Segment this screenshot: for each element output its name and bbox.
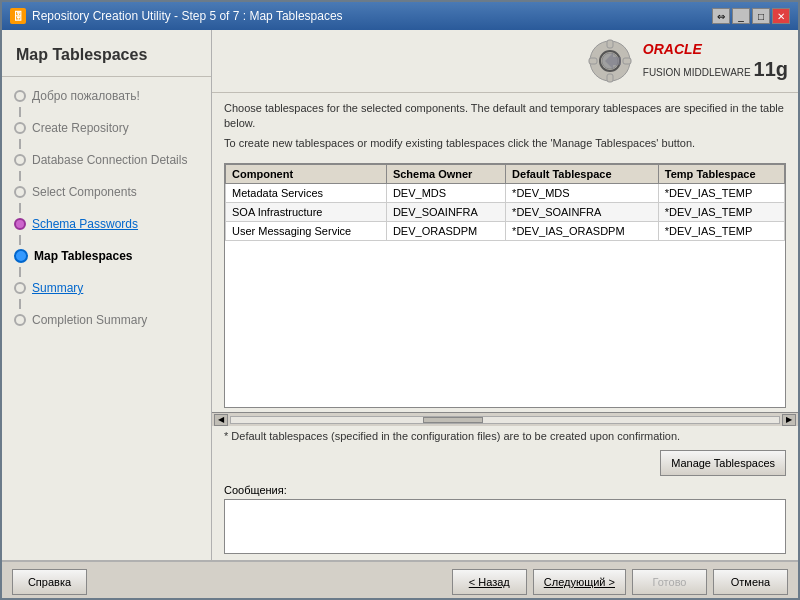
step-line-4 xyxy=(19,203,21,213)
table-cell-schema_owner: DEV_SOAINFRA xyxy=(386,203,505,222)
back-label: < Назад xyxy=(469,576,510,588)
col-header-default-tablespace: Default Tablespace xyxy=(506,165,659,184)
help-button[interactable]: Справка xyxy=(12,569,87,595)
cancel-button[interactable]: Отмена xyxy=(713,569,788,595)
sidebar-item-completion-summary: Completion Summary xyxy=(2,309,211,331)
table-cell-temp_tablespace: *DEV_IAS_TEMP xyxy=(658,222,784,241)
step-dot-welcome xyxy=(14,90,26,102)
sidebar-title: Map Tablespaces xyxy=(2,38,211,77)
svg-rect-2 xyxy=(607,40,613,48)
table-row[interactable]: User Messaging ServiceDEV_ORASDPM*DEV_IA… xyxy=(226,222,785,241)
oracle-version-text: 11g xyxy=(754,58,788,80)
back-button[interactable]: < Назад xyxy=(452,569,527,595)
app-icon: 🗄 xyxy=(10,8,26,24)
sidebar-label-completion-summary: Completion Summary xyxy=(32,313,147,327)
tablespace-table: Component Schema Owner Default Tablespac… xyxy=(225,164,785,241)
title-bar: 🗄 Repository Creation Utility - Step 5 o… xyxy=(2,2,798,30)
col-header-temp-tablespace: Temp Tablespace xyxy=(658,165,784,184)
table-header-row: Component Schema Owner Default Tablespac… xyxy=(226,165,785,184)
main-container: Map Tablespaces Добро пожаловать! Create… xyxy=(2,30,798,600)
horizontal-scrollbar[interactable]: ◀ ▶ xyxy=(212,412,798,426)
scroll-thumb[interactable] xyxy=(423,417,483,423)
sidebar-item-select-components: Select Components xyxy=(2,181,211,203)
manage-button-area: Manage Tablespaces xyxy=(212,446,798,480)
step-dot-completion-summary xyxy=(14,314,26,326)
sidebar-label-create-repo: Create Repository xyxy=(32,121,129,135)
table-row[interactable]: SOA InfrastructureDEV_SOAINFRA*DEV_SOAIN… xyxy=(226,203,785,222)
table-cell-schema_owner: DEV_MDS xyxy=(386,184,505,203)
step-dot-create-repo xyxy=(14,122,26,134)
close-button[interactable]: ✕ xyxy=(772,8,790,24)
manage-tablespaces-button[interactable]: Manage Tablespaces xyxy=(660,450,786,476)
footer-note: * Default tablespaces (specified in the … xyxy=(212,426,798,446)
table-row[interactable]: Metadata ServicesDEV_MDS*DEV_MDS*DEV_IAS… xyxy=(226,184,785,203)
step-line-7 xyxy=(19,299,21,309)
window-title: Repository Creation Utility - Step 5 of … xyxy=(32,9,343,23)
table-cell-temp_tablespace: *DEV_IAS_TEMP xyxy=(658,203,784,222)
sidebar-label-db-connection: Database Connection Details xyxy=(32,153,187,167)
messages-label: Сообщения: xyxy=(224,484,786,496)
instruction-line1: Choose tablespaces for the selected comp… xyxy=(224,101,786,116)
oracle-product-name: FUSION MIDDLEWARE xyxy=(643,67,751,78)
gear-icon xyxy=(585,36,635,86)
instruction-line3: To create new tablespaces or modify exis… xyxy=(224,136,786,151)
table-cell-component: SOA Infrastructure xyxy=(226,203,387,222)
step-dot-select-components xyxy=(14,186,26,198)
table-cell-component: User Messaging Service xyxy=(226,222,387,241)
step-line-6 xyxy=(19,267,21,277)
sidebar-label-summary[interactable]: Summary xyxy=(32,281,83,295)
svg-rect-3 xyxy=(607,74,613,82)
svg-rect-5 xyxy=(623,58,631,64)
sidebar-label-welcome: Добро пожаловать! xyxy=(32,89,140,103)
step-dot-db-connection xyxy=(14,154,26,166)
table-cell-default_tablespace: *DEV_SOAINFRA xyxy=(506,203,659,222)
oracle-brand-area: ORACLE FUSION MIDDLEWARE 11g xyxy=(585,36,788,86)
oracle-header: ORACLE FUSION MIDDLEWARE 11g xyxy=(212,30,798,93)
scroll-left-button[interactable]: ◀ xyxy=(214,414,228,426)
content-area: Map Tablespaces Добро пожаловать! Create… xyxy=(2,30,798,560)
table-cell-schema_owner: DEV_ORASDPM xyxy=(386,222,505,241)
step-dot-schema-passwords xyxy=(14,218,26,230)
sidebar-item-create-repo: Create Repository xyxy=(2,117,211,139)
table-cell-default_tablespace: *DEV_MDS xyxy=(506,184,659,203)
tablespace-table-container: Component Schema Owner Default Tablespac… xyxy=(224,163,786,408)
sidebar-label-schema-passwords[interactable]: Schema Passwords xyxy=(32,217,138,231)
svg-rect-4 xyxy=(589,58,597,64)
table-cell-component: Metadata Services xyxy=(226,184,387,203)
sidebar-item-schema-passwords[interactable]: Schema Passwords xyxy=(2,213,211,235)
sidebar-item-welcome: Добро пожаловать! xyxy=(2,85,211,107)
sidebar-item-map-tablespaces: Map Tablespaces xyxy=(2,245,211,267)
right-panel: ORACLE FUSION MIDDLEWARE 11g Choose tabl… xyxy=(212,30,798,560)
sidebar-label-select-components: Select Components xyxy=(32,185,137,199)
step-line-5 xyxy=(19,235,21,245)
step-line-2 xyxy=(19,139,21,149)
window-controls: ⇔ _ □ ✕ xyxy=(712,8,790,24)
oracle-product-text: FUSION MIDDLEWARE 11g xyxy=(643,57,788,81)
table-cell-default_tablespace: *DEV_IAS_ORASDPM xyxy=(506,222,659,241)
finish-button[interactable]: Готово xyxy=(632,569,707,595)
sidebar: Map Tablespaces Добро пожаловать! Create… xyxy=(2,30,212,560)
oracle-logo-block: ORACLE FUSION MIDDLEWARE 11g xyxy=(643,41,788,81)
sidebar-item-db-connection: Database Connection Details xyxy=(2,149,211,171)
messages-section: Сообщения: xyxy=(212,480,798,560)
minimize-button[interactable]: _ xyxy=(732,8,750,24)
bottom-bar: Справка < Назад Следующий > Готово Отмен… xyxy=(2,560,798,600)
step-line-3 xyxy=(19,171,21,181)
maximize-button[interactable]: □ xyxy=(752,8,770,24)
step-dot-summary xyxy=(14,282,26,294)
instructions: Choose tablespaces for the selected comp… xyxy=(212,93,798,159)
step-dot-map-tablespaces xyxy=(14,249,28,263)
restore-button[interactable]: ⇔ xyxy=(712,8,730,24)
messages-box xyxy=(224,499,786,554)
col-header-component: Component xyxy=(226,165,387,184)
step-line-1 xyxy=(19,107,21,117)
sidebar-item-summary[interactable]: Summary xyxy=(2,277,211,299)
table-cell-temp_tablespace: *DEV_IAS_TEMP xyxy=(658,184,784,203)
next-button[interactable]: Следующий > xyxy=(533,569,626,595)
scroll-track[interactable] xyxy=(230,416,780,424)
sidebar-label-map-tablespaces: Map Tablespaces xyxy=(34,249,132,263)
instruction-line2: below. xyxy=(224,116,786,131)
scroll-right-button[interactable]: ▶ xyxy=(782,414,796,426)
next-label: Следующий > xyxy=(544,576,615,588)
col-header-schema-owner: Schema Owner xyxy=(386,165,505,184)
